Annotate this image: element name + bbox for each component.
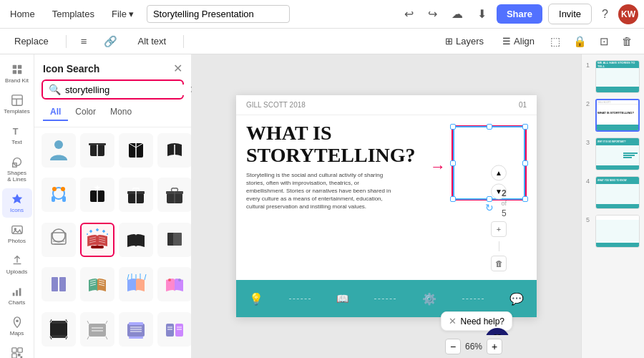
filter-tab-all[interactable]: All: [43, 105, 68, 121]
help-bar: ✕ Need help?: [441, 311, 512, 331]
icon-cell[interactable]: [119, 178, 153, 212]
align-button[interactable]: ☰ Align: [497, 33, 540, 49]
sidebar-item-brandkit[interactable]: Brand Kit: [2, 59, 32, 88]
nav-home[interactable]: Home: [6, 6, 39, 22]
icon-cell[interactable]: [42, 223, 76, 257]
toolbar-icon3[interactable]: ⊡: [597, 32, 612, 51]
slide-preview-4[interactable]: WHAT YOU NEED TO KNOW: [595, 176, 640, 209]
help-close-button[interactable]: ✕: [449, 316, 457, 326]
icon-cell[interactable]: [119, 133, 153, 168]
selected-icon-container[interactable]: ↻: [452, 125, 527, 200]
panel-close-button[interactable]: ✕: [173, 62, 182, 75]
icon-cell[interactable]: [42, 312, 76, 347]
icon-cell[interactable]: [80, 267, 114, 301]
doc-title-input[interactable]: [147, 5, 290, 23]
svg-point-33: [61, 187, 65, 191]
slide-preview-2[interactable]: GILL SCOTT WHAT IS STORYTELLING?: [595, 99, 640, 132]
zoom-plus-icon[interactable]: +: [491, 221, 507, 237]
icon-cell-selected[interactable]: [80, 223, 114, 257]
slide-container[interactable]: GILL SCOTT 2018 01 WHAT IS STORYTELLING?…: [236, 95, 537, 317]
toolbar-icon2[interactable]: 🔒: [570, 32, 590, 51]
icon-cell[interactable]: [42, 133, 76, 168]
svg-line-83: [87, 321, 89, 324]
svg-point-22: [54, 140, 63, 149]
icon-cell[interactable]: [157, 267, 191, 301]
sidebar-item-icons[interactable]: Icons: [2, 188, 32, 218]
slide-thumb-5[interactable]: 5 Good stories don't always...: [586, 215, 640, 248]
slide-title: WHAT IS STORYTELLING?: [246, 122, 424, 167]
sidebar-item-templates[interactable]: Templates: [2, 90, 32, 119]
selected-icon-border: ↻: [452, 125, 527, 200]
svg-rect-13: [12, 293, 14, 296]
svg-line-86: [106, 337, 107, 339]
filter-tab-color[interactable]: Color: [68, 105, 103, 121]
slide-preview-1[interactable]: WE ALL HAVE STORIES TO TELL: [595, 60, 640, 93]
icon-cell[interactable]: [80, 312, 114, 347]
layers-button[interactable]: ⊞ Layers: [439, 33, 489, 49]
chart-icon-btn[interactable]: ≡: [78, 32, 90, 50]
sidebar-item-shapes[interactable]: Shapes & Lines: [2, 151, 32, 187]
link-icon-btn[interactable]: 🔗: [101, 32, 120, 51]
icon-cell[interactable]: [157, 178, 191, 212]
svg-rect-91: [129, 337, 143, 339]
canvas-nav-up[interactable]: ▲: [491, 165, 507, 180]
nav-file[interactable]: File ▾: [107, 6, 138, 22]
svg-rect-66: [52, 277, 58, 291]
topbar-left: Home Templates File ▾: [6, 5, 290, 23]
share-button[interactable]: Share: [497, 4, 542, 24]
svg-line-79: [66, 319, 67, 322]
redo-button[interactable]: ↪: [424, 4, 441, 24]
side-controls: + 🗑: [491, 221, 507, 271]
icon-cell[interactable]: [42, 178, 76, 212]
nav-templates[interactable]: Templates: [48, 6, 99, 22]
icon-cell[interactable]: [157, 223, 191, 257]
toolbar-icon1[interactable]: ⬚: [547, 32, 563, 51]
sidebar-item-charts[interactable]: Charts: [2, 281, 32, 310]
svg-rect-30: [52, 196, 55, 202]
undo-button[interactable]: ↩: [400, 4, 418, 24]
help-button[interactable]: ?: [597, 5, 613, 24]
zoom-plus-button[interactable]: +: [487, 339, 502, 354]
filter-tab-mono[interactable]: Mono: [103, 105, 139, 121]
sidebar-item-text[interactable]: T Text: [2, 120, 32, 150]
icon-cell[interactable]: [119, 312, 153, 347]
topbar-actions: ↩ ↪ ☁ ⬇ Share Invite ? KW: [400, 4, 638, 24]
sidebar-item-uploads[interactable]: Uploads: [2, 250, 32, 279]
slide-thumb-1[interactable]: 1 WE ALL HAVE STORIES TO TELL: [586, 60, 640, 93]
icon-cell[interactable]: [80, 133, 114, 168]
icon-cell[interactable]: [157, 312, 191, 347]
slide-thumb-2[interactable]: 2 GILL SCOTT WHAT IS STORYTELLING?: [586, 99, 640, 132]
toolbar-icon4[interactable]: 🗑: [619, 32, 635, 50]
svg-rect-76: [52, 321, 66, 324]
sidebar-item-photos[interactable]: Photos: [2, 219, 32, 248]
svg-line-72: [145, 274, 146, 280]
trash-icon[interactable]: 🗑: [491, 256, 507, 271]
icon-cell[interactable]: [157, 133, 191, 168]
replace-button[interactable]: Replace: [9, 33, 54, 49]
refresh-handle[interactable]: ↻: [485, 202, 494, 213]
filter-tabs: All Color Mono: [34, 105, 191, 127]
svg-rect-82: [89, 324, 106, 337]
slide-preview-3[interactable]: WHY IT IS SO IMPORTANT?: [595, 137, 640, 170]
sidebar-item-qr[interactable]: QR Code: [2, 342, 32, 358]
icon-search-input[interactable]: [65, 84, 185, 95]
alt-text-button[interactable]: Alt text: [132, 33, 172, 49]
icon-cell[interactable]: [80, 178, 114, 212]
slide-thumb-4[interactable]: 4 WHAT YOU NEED TO KNOW: [586, 176, 640, 209]
sidebar-item-maps[interactable]: Maps: [2, 311, 32, 341]
download-button[interactable]: ⬇: [473, 4, 491, 24]
cloud-button[interactable]: ☁: [447, 4, 467, 24]
svg-rect-15: [19, 289, 21, 296]
help-label: Need help?: [461, 316, 504, 326]
icon-cell[interactable]: [119, 223, 153, 257]
zoom-minus-button[interactable]: −: [445, 339, 461, 354]
invite-button[interactable]: Invite: [548, 4, 592, 24]
svg-marker-10: [11, 194, 21, 204]
slide-thumb-3[interactable]: 3 WHY IT IS SO IMPORTANT?: [586, 137, 640, 170]
icon-cell[interactable]: [119, 267, 153, 301]
search-icon: 🔍: [49, 84, 61, 95]
slide-preview-5[interactable]: Good stories don't always...: [595, 215, 640, 248]
icon-cell[interactable]: [42, 267, 76, 301]
topbar: Home Templates File ▾ ↩ ↪ ☁ ⬇ Share Invi…: [0, 0, 644, 29]
avatar[interactable]: KW: [618, 4, 638, 24]
